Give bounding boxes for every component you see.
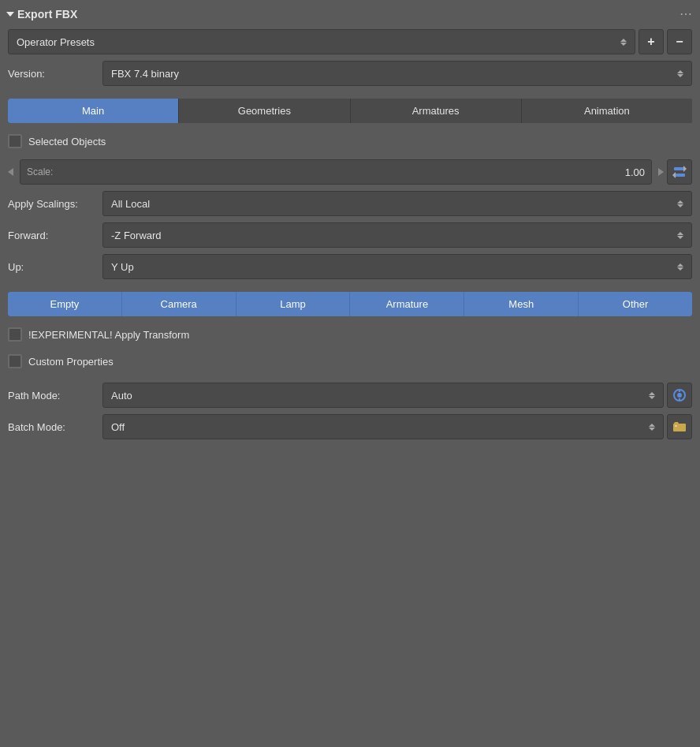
forward-value: -Z Forward — [111, 230, 162, 241]
apply-scalings-label: Apply Scalings: — [8, 198, 102, 210]
forward-row: Forward: -Z Forward — [8, 222, 692, 248]
apply-scalings-arrow-down-icon — [677, 204, 683, 207]
forward-arrows — [677, 232, 683, 239]
path-mode-embed-button[interactable] — [667, 383, 692, 408]
tab-main[interactable]: Main — [8, 99, 179, 123]
path-mode-label: Path Mode: — [8, 390, 102, 402]
apply-scalings-arrow-up-icon — [677, 200, 683, 204]
exchange-icon — [672, 165, 687, 179]
version-value: FBX 7.4 binary — [111, 68, 179, 80]
collapse-icon[interactable] — [6, 12, 14, 17]
tab-camera[interactable]: Camera — [122, 292, 236, 316]
batch-mode-dropdown[interactable]: Off — [102, 414, 664, 439]
arrow-down-icon — [620, 43, 627, 46]
tab-animation[interactable]: Animation — [522, 99, 692, 123]
tab-other[interactable]: Other — [579, 292, 692, 316]
scale-row: Scale: 1.00 — [8, 159, 692, 185]
up-value: Y Up — [111, 261, 134, 273]
tab-geometries[interactable]: Geometries — [179, 99, 350, 123]
path-mode-dropdown[interactable]: Auto — [102, 383, 664, 408]
svg-rect-6 — [679, 390, 680, 392]
scale-exchange-button[interactable] — [667, 159, 692, 185]
version-row: Version: FBX 7.4 binary — [8, 61, 692, 86]
scale-decrease-icon[interactable] — [8, 168, 13, 176]
scale-field[interactable]: Scale: 1.00 — [20, 159, 652, 185]
forward-label: Forward: — [8, 230, 102, 241]
path-mode-arrows — [649, 392, 655, 399]
batch-mode-arrows — [649, 424, 655, 431]
version-arrows — [677, 70, 683, 77]
operator-presets-arrows — [620, 39, 627, 46]
path-mode-row: Path Mode: Auto — [8, 383, 692, 408]
version-label: Version: — [8, 68, 102, 80]
experimental-apply-transform-checkbox[interactable] — [8, 327, 22, 342]
up-row: Up: Y Up — [8, 254, 692, 279]
batch-mode-value: Off — [111, 421, 125, 433]
version-dropdown[interactable]: FBX 7.4 binary — [102, 61, 692, 86]
folder-icon — [672, 420, 687, 434]
up-arrows — [677, 263, 683, 271]
svg-point-5 — [677, 393, 682, 398]
custom-properties-label: Custom Properties — [28, 356, 114, 368]
panel-header: Export FBX ⋯ — [8, 6, 692, 21]
path-mode-value: Auto — [111, 390, 132, 402]
batch-mode-folder-button[interactable] — [667, 414, 692, 439]
selected-objects-label: Selected Objects — [28, 136, 106, 148]
path-mode-arrow-up-icon — [649, 392, 655, 395]
up-dropdown[interactable]: Y Up — [102, 254, 692, 279]
forward-arrow-down-icon — [677, 236, 683, 239]
tab-lamp[interactable]: Lamp — [236, 292, 351, 316]
arrow-up-icon — [620, 39, 627, 42]
batch-mode-label: Batch Mode: — [8, 421, 102, 433]
svg-marker-2 — [683, 166, 687, 172]
forward-arrow-up-icon — [677, 232, 683, 235]
experimental-apply-transform-row: !EXPERIMENTAL! Apply Transform — [8, 326, 692, 343]
object-type-tabs: Empty Camera Lamp Armature Mesh Other — [8, 292, 692, 316]
panel-title-text: Export FBX — [17, 8, 77, 21]
add-preset-button[interactable]: + — [639, 29, 664, 54]
svg-rect-1 — [674, 174, 685, 177]
experimental-apply-transform-label: !EXPERIMENTAL! Apply Transform — [28, 329, 189, 341]
scale-value: 1.00 — [625, 166, 645, 178]
export-fbx-panel: Export FBX ⋯ Operator Presets + − Versio… — [0, 0, 700, 452]
scale-label: Scale: — [27, 166, 53, 177]
up-arrow-up-icon — [677, 263, 683, 267]
batch-mode-arrow-up-icon — [649, 424, 655, 427]
tab-armatures[interactable]: Armatures — [351, 99, 522, 123]
version-arrow-up-icon — [677, 70, 683, 73]
apply-scalings-dropdown[interactable]: All Local — [102, 191, 692, 216]
apply-scalings-row: Apply Scalings: All Local — [8, 191, 692, 216]
scale-increase-icon[interactable] — [658, 168, 664, 176]
apply-scalings-arrows — [677, 200, 683, 207]
tab-mesh[interactable]: Mesh — [464, 292, 579, 316]
up-arrow-down-icon — [677, 267, 683, 271]
selected-objects-row: Selected Objects — [8, 133, 692, 150]
custom-properties-row: Custom Properties — [8, 353, 692, 370]
remove-preset-button[interactable]: − — [667, 29, 692, 54]
custom-properties-checkbox[interactable] — [8, 354, 22, 368]
operator-presets-row: Operator Presets + − — [8, 29, 692, 54]
panel-options-icon[interactable]: ⋯ — [680, 6, 692, 21]
selected-objects-checkbox[interactable] — [8, 134, 22, 148]
batch-mode-arrow-down-icon — [649, 428, 655, 431]
up-label: Up: — [8, 261, 102, 273]
embed-icon — [672, 388, 687, 402]
tab-armature[interactable]: Armature — [350, 292, 464, 316]
tab-empty[interactable]: Empty — [8, 292, 122, 316]
operator-presets-dropdown[interactable]: Operator Presets — [8, 29, 635, 54]
svg-rect-7 — [679, 398, 680, 401]
main-tabs: Main Geometries Armatures Animation — [8, 99, 692, 123]
batch-mode-row: Batch Mode: Off — [8, 414, 692, 439]
svg-marker-3 — [672, 172, 676, 178]
svg-rect-0 — [674, 167, 685, 170]
svg-rect-8 — [675, 425, 677, 427]
version-arrow-down-icon — [677, 74, 683, 77]
forward-dropdown[interactable]: -Z Forward — [102, 222, 692, 248]
operator-presets-label: Operator Presets — [17, 36, 95, 48]
apply-scalings-value: All Local — [111, 198, 150, 210]
path-mode-arrow-down-icon — [649, 396, 655, 399]
panel-title: Export FBX — [8, 8, 77, 21]
